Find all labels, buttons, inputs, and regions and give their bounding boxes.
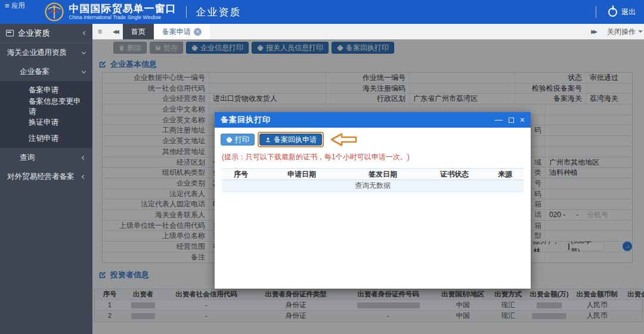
no-data-row: 查询无数据 (222, 180, 524, 192)
sidebar-item-label: 对外贸易经营者备案 (7, 172, 82, 182)
tab-home[interactable]: 首页 (123, 24, 154, 39)
sidebar-item-label: 备案申请 (29, 85, 58, 95)
sidebar-item-label: 换证申请 (29, 117, 58, 128)
tab-filing-apply[interactable]: 备案申请 × (154, 24, 210, 39)
module-title: 企业资质 (196, 5, 242, 19)
sidebar-item-foreign-trade-filing[interactable]: 对外贸易经营者备案 (0, 167, 92, 186)
app-title-cn: 中国国际贸易单一窗口 (69, 4, 177, 15)
button-label: 备案回执申请 (274, 135, 317, 145)
top-header: ≡ 应用 中国国际贸易单一窗口 China International Trad… (0, 0, 644, 24)
main-area: ≡ ◀◀ 首页 备案申请 × ▶▶ 关闭操作 (92, 24, 644, 334)
sidebar-item-query[interactable]: 查询 (0, 148, 92, 167)
power-icon (608, 8, 617, 17)
tab-menu-icon[interactable]: ≡ (92, 24, 107, 39)
sidebar-item-label: 企业备案 (20, 67, 82, 77)
close-operations-label: 关闭操作 (607, 27, 636, 37)
hamburger-icon: ≡ (5, 1, 10, 10)
upload-icon (265, 137, 271, 143)
sidebar-item-label: 查询 (20, 153, 82, 163)
header-right: 退出 (586, 6, 644, 18)
chevron-down-icon (82, 69, 86, 73)
column-header: 序号 (222, 169, 260, 180)
customs-logo-icon (44, 2, 64, 22)
caret-down-icon (638, 30, 643, 33)
app-title: 中国国际贸易单一窗口 China International Trade Sin… (69, 4, 177, 20)
tab-bar: ≡ ◀◀ 首页 备案申请 × ▶▶ 关闭操作 (92, 24, 644, 39)
app-menu-label: 应用 (12, 1, 25, 10)
chevron-left-icon (83, 31, 87, 35)
tab-close-icon[interactable]: × (194, 28, 202, 36)
sidebar-item-enterprise-filing[interactable]: 企业备案 (0, 62, 92, 81)
sidebar-root-label: 企业资质 (18, 28, 50, 39)
maximize-icon[interactable] (509, 117, 514, 123)
sidebar-item-label: 注销申请 (29, 134, 58, 144)
close-operations-dropdown[interactable]: 关闭操作 (601, 24, 644, 39)
tab-label: 备案申请 (162, 27, 191, 37)
modal-window-controls: — × (495, 116, 525, 123)
sidebar: 企业资质 海关企业通用资质 企业备案 备案申请 备案信息变更申请 (0, 24, 92, 334)
module-icon (6, 30, 14, 36)
tab-label: 首页 (131, 27, 145, 37)
column-header: 证书状态 (422, 169, 487, 180)
column-header: 申请日期 (260, 169, 343, 180)
sidebar-item-filing-change[interactable]: 备案信息变更申请 (0, 98, 92, 115)
chevron-left-icon (82, 174, 86, 178)
modal-print-button[interactable]: 打印 (221, 134, 255, 146)
header-divider (186, 6, 187, 18)
sidebar-item-label: 备案信息变更申请 (29, 97, 85, 117)
annotation-arrow-left-icon (330, 132, 357, 147)
printer-icon (226, 137, 233, 143)
sidebar-item-cert-renewal[interactable]: 换证申请 (0, 115, 92, 131)
sidebar-item-label: 海关企业通用资质 (7, 48, 82, 58)
column-header: 来源 (487, 169, 524, 180)
logout-button[interactable]: 退出 (621, 7, 636, 17)
app-title-en: China International Trade Single Window (69, 15, 177, 20)
chevron-down-icon (82, 50, 86, 54)
receipt-table: 序号 申请日期 签发日期 证书状态 来源 查询无数据 (222, 168, 524, 192)
column-header: 签发日期 (343, 169, 422, 180)
single-window-app: ≡ 应用 中国国际贸易单一窗口 China International Trad… (0, 0, 644, 334)
sidebar-root-qualification[interactable]: 企业资质 (0, 24, 92, 43)
sidebar-item-customs-general[interactable]: 海关企业通用资质 (0, 43, 92, 62)
tabs-scroll-left-icon[interactable]: ◀◀ (107, 24, 123, 39)
header-divider-right (596, 6, 596, 18)
app-menu-button[interactable]: ≡ 应用 (0, 1, 30, 10)
button-label: 打印 (235, 135, 249, 145)
minimize-icon[interactable]: — (495, 117, 503, 123)
modal-hint-text: (提示：只可以下载最新的证书，每1个小时可以申请一次。) (215, 149, 531, 165)
modal-header: 备案回执打印 — × (215, 112, 531, 128)
filing-receipt-modal: 备案回执打印 — × 打印 备案回执申请 (215, 112, 531, 289)
annotation-highlight-box: 备案回执申请 (258, 132, 324, 147)
close-icon[interactable]: × (520, 116, 525, 123)
tabs-scroll-right-icon[interactable]: ▶▶ (586, 24, 601, 39)
sidebar-submenu: 备案申请 备案信息变更申请 换证申请 注销申请 (0, 81, 92, 148)
modal-toolbar: 打印 备案回执申请 (215, 128, 531, 149)
receipt-apply-button[interactable]: 备案回执申请 (259, 134, 322, 146)
sidebar-item-deregistration[interactable]: 注销申请 (0, 131, 92, 147)
receipt-header-row: 序号 申请日期 签发日期 证书状态 来源 (222, 168, 524, 180)
modal-title: 备案回执打印 (221, 115, 271, 125)
chevron-left-icon (82, 155, 86, 159)
